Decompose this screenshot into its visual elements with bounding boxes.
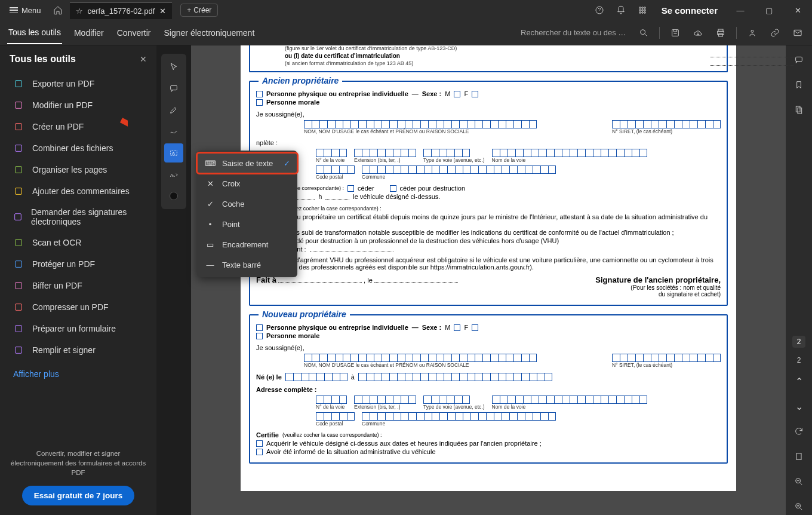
page-current[interactable]: 2 [792, 336, 806, 348]
boxes[interactable] [354, 149, 416, 157]
sidebar-item[interactable]: Organiser les pages [0, 159, 156, 180]
checkbox[interactable] [347, 185, 354, 192]
sidebar-item[interactable]: Préparer un formulaire [0, 318, 156, 339]
boxes[interactable] [316, 412, 355, 421]
tab-all-tools[interactable]: Tous les outils [7, 22, 62, 44]
tab-modify[interactable]: Modifier [73, 22, 105, 44]
checkbox[interactable] [256, 91, 263, 97]
label: à [351, 373, 355, 381]
share-icon[interactable] [745, 26, 759, 40]
tab-sign[interactable]: Signer électroniquement [163, 22, 256, 44]
zoom-in-icon[interactable] [791, 498, 807, 515]
link-icon[interactable] [768, 26, 782, 40]
tab-close-icon[interactable]: ✕ [159, 7, 166, 16]
search-placeholder[interactable]: Rechercher du texte ou des o... [521, 28, 628, 37]
tab-convert[interactable]: Convertir [116, 22, 152, 44]
sidebar-item[interactable]: Ajouter des commentaires [0, 180, 156, 202]
home-icon[interactable] [50, 2, 66, 19]
flyout-item[interactable]: •Point [197, 214, 297, 234]
maximize-icon[interactable]: ▢ [757, 1, 781, 19]
sidebar-item[interactable]: Créer un PDF [0, 116, 156, 137]
boxes[interactable] [358, 373, 552, 381]
checkbox[interactable] [256, 449, 263, 455]
boxes[interactable] [316, 165, 355, 174]
text-fill-tool[interactable]: A [164, 143, 183, 163]
document-tab[interactable]: ☆ cerfa_15776-02.pdf ✕ [70, 2, 173, 19]
close-sidebar-icon[interactable]: ✕ [140, 54, 147, 64]
name-boxes[interactable] [304, 354, 537, 362]
boxes[interactable] [316, 149, 347, 157]
page-fit-icon[interactable] [791, 448, 807, 465]
checkbox[interactable] [390, 185, 396, 192]
down-icon[interactable]: ⌄ [791, 398, 807, 415]
boxes[interactable] [492, 149, 647, 157]
name-boxes[interactable] [304, 120, 537, 128]
star-icon[interactable]: ☆ [76, 7, 83, 16]
trial-button[interactable]: Essai gratuit de 7 jours [22, 486, 135, 505]
siret-boxes[interactable] [612, 354, 721, 362]
mail-icon[interactable] [791, 26, 805, 40]
date-boxes[interactable] [285, 373, 347, 381]
search-icon[interactable] [636, 26, 651, 40]
flyout-item[interactable]: ⌨Saisie de texte [197, 153, 297, 173]
sidebar-item[interactable]: Scan et OCR [0, 232, 156, 253]
boxes[interactable] [423, 149, 485, 157]
comment-tool[interactable] [164, 79, 183, 98]
highlight-tool[interactable] [164, 100, 183, 119]
color-tool[interactable] [164, 186, 183, 206]
pointer-tool[interactable] [164, 57, 183, 76]
sidebar-item[interactable]: Biffer un PDF [0, 275, 156, 296]
checkbox[interactable] [454, 324, 460, 331]
show-more-link[interactable]: Afficher plus [0, 363, 156, 385]
up-icon[interactable]: ⌃ [791, 373, 807, 390]
cloud-icon[interactable] [691, 26, 705, 40]
flyout-item[interactable]: —Texte barré [197, 255, 297, 275]
menu-button[interactable]: Menu [5, 4, 46, 17]
draw-tool[interactable] [164, 122, 183, 141]
sidebar-item[interactable]: Combiner des fichiers [0, 137, 156, 159]
checkbox[interactable] [256, 99, 263, 106]
svg-point-7 [639, 12, 641, 14]
flyout-label: Croix [222, 179, 240, 188]
checkbox[interactable] [256, 440, 263, 447]
apps-icon[interactable] [634, 2, 651, 19]
close-window-icon[interactable]: ✕ [786, 1, 810, 19]
bell-icon[interactable] [613, 2, 629, 19]
zoom-out-icon[interactable] [791, 473, 807, 490]
form-icon [13, 323, 24, 334]
boxes[interactable] [423, 396, 485, 404]
checkbox[interactable] [472, 324, 478, 331]
boxes[interactable] [316, 396, 347, 404]
flyout-item[interactable]: ✕Croix [197, 173, 297, 194]
boxes[interactable] [354, 396, 416, 404]
rotate-icon[interactable] [791, 423, 807, 440]
bookmark-icon[interactable] [791, 76, 807, 93]
checkbox[interactable] [454, 91, 460, 97]
sidebar-item[interactable]: Demander des signatures électroniques [0, 202, 156, 232]
print-icon[interactable] [713, 26, 728, 40]
siret-boxes[interactable] [612, 120, 721, 128]
sign-tool[interactable] [164, 165, 183, 184]
flyout-item[interactable]: ▭Encadrement [197, 234, 297, 255]
boxes[interactable] [362, 412, 556, 421]
minimize-icon[interactable]: — [728, 1, 752, 19]
help-icon[interactable] [591, 2, 608, 19]
flyout-item[interactable]: ✓Coche [197, 194, 297, 214]
checkbox[interactable] [256, 333, 263, 339]
boxes[interactable] [492, 396, 647, 404]
checkbox[interactable] [472, 91, 478, 97]
sidebar-item[interactable]: Exporter un PDF [0, 73, 156, 94]
sidebar-item[interactable]: Modifier un PDF [0, 94, 156, 116]
save-icon[interactable] [668, 26, 682, 40]
pages-icon[interactable] [791, 102, 807, 118]
signin-button[interactable]: Se connecter [656, 5, 724, 16]
boxes[interactable] [362, 165, 556, 174]
create-button[interactable]: + Créer [180, 4, 218, 17]
document-viewport[interactable]: (figure sur le 1er volet du certificat d… [191, 45, 786, 515]
sidebar-item[interactable]: Protéger un PDF [0, 253, 156, 275]
text: . (Le numéro d'agrément VHU du professio… [256, 256, 721, 271]
field-hint: Extension (bis, ter, .) [354, 404, 416, 410]
checkbox[interactable] [256, 324, 263, 331]
sidebar-item[interactable]: Compresser un PDF [0, 296, 156, 318]
sidebar-item[interactable]: Remplir et signer [0, 339, 156, 361]
